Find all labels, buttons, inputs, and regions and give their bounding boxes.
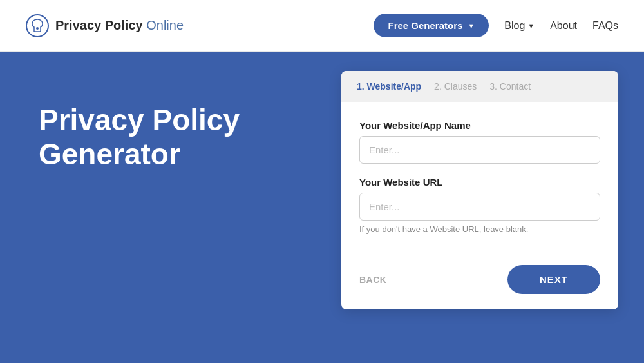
main-content: Privacy Policy Generator 1. Website/App … (0, 52, 644, 363)
website-name-input[interactable] (359, 136, 600, 164)
nav: Free Generators ▼ Blog ▼ About FAQs (374, 14, 618, 37)
url-hint: If you don't have a Website URL, leave b… (359, 224, 600, 234)
form-card: 1. Website/App 2. Clauses 3. Contact You… (341, 71, 618, 309)
chevron-down-icon: ▼ (468, 22, 475, 30)
back-button[interactable]: BACK (359, 275, 386, 285)
svg-point-0 (26, 15, 48, 37)
step-1[interactable]: 1. Website/App (357, 81, 421, 92)
step-2[interactable]: 2. Clauses (434, 81, 477, 92)
blog-link[interactable]: Blog ▼ (504, 20, 535, 32)
chevron-down-icon: ▼ (527, 22, 535, 30)
logo-text: Privacy Policy Online (55, 18, 184, 33)
form-body: Your Website/App Name Your Website URL I… (341, 102, 618, 265)
steps-bar: 1. Website/App 2. Clauses 3. Contact (341, 71, 618, 102)
logo-icon (26, 14, 49, 37)
logo: Privacy Policy Online (26, 14, 184, 37)
form-actions: BACK NEXT (341, 265, 618, 309)
hero-title: Privacy Policy Generator (39, 103, 240, 172)
faqs-link[interactable]: FAQs (592, 20, 618, 32)
form-panel: 1. Website/App 2. Clauses 3. Contact You… (322, 52, 644, 363)
name-field-label: Your Website/App Name (359, 120, 600, 131)
free-generators-button[interactable]: Free Generators ▼ (374, 14, 489, 37)
about-link[interactable]: About (550, 20, 577, 32)
header: Privacy Policy Online Free Generators ▼ … (0, 0, 644, 52)
svg-point-1 (36, 27, 39, 30)
step-3[interactable]: 3. Contact (489, 81, 531, 92)
website-url-input[interactable] (359, 193, 600, 221)
hero-panel: Privacy Policy Generator (0, 52, 322, 363)
url-field-label: Your Website URL (359, 177, 600, 188)
next-button[interactable]: NEXT (507, 265, 600, 294)
